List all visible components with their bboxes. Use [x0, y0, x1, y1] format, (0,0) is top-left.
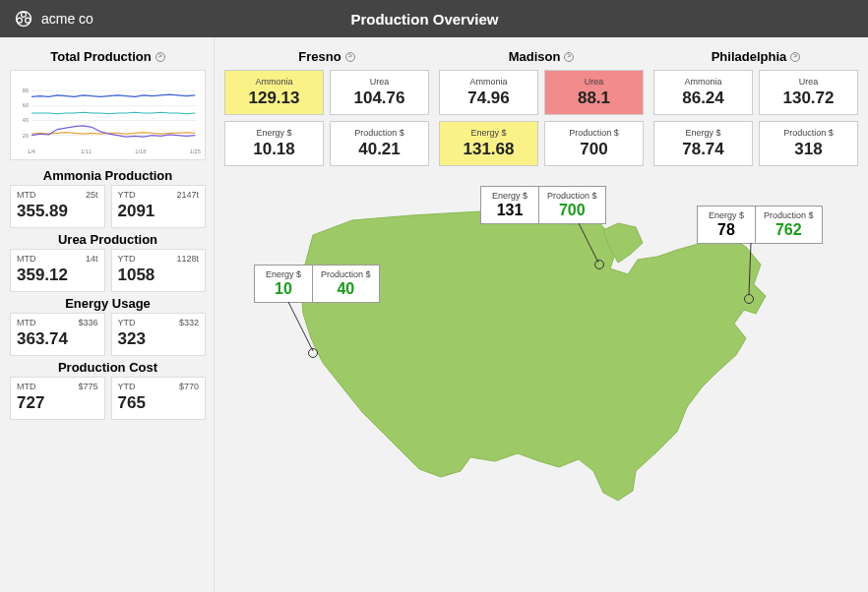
callout-card: Production $ 40 [313, 265, 380, 303]
stat-card-ytd[interactable]: YTD$770 765 [111, 377, 207, 420]
stat-value: 2091 [118, 202, 200, 221]
stat-unit: $332 [179, 318, 199, 327]
svg-line-17 [579, 223, 598, 263]
metric-card[interactable]: Ammonia 129.13 [224, 70, 324, 115]
info-icon[interactable] [564, 52, 574, 62]
stat-value: 323 [118, 329, 200, 349]
stat-card-mtd[interactable]: MTD$775 727 [10, 377, 105, 420]
stat-unit: 1128t [176, 254, 199, 264]
stat-card-ytd[interactable]: YTD1128t 1058 [111, 249, 207, 292]
callout-label: Production $ [547, 191, 597, 201]
site-title[interactable]: Philadelphia [653, 45, 858, 70]
callout-madison[interactable]: Energy $ 131 Production $ 700 [480, 186, 606, 224]
site-column: Philadelphia Ammonia 86.24 Urea 130.72 E… [653, 45, 858, 166]
stat-unit: 25t [86, 190, 98, 200]
stat-card-mtd[interactable]: MTD25t 355.89 [10, 185, 105, 228]
callout-philadelphia[interactable]: Energy $ 78 Production $ 762 [697, 206, 823, 244]
site-column: Fresno Ammonia 129.13 Urea 104.76 Energy… [224, 45, 429, 166]
stat-value: 355.89 [17, 202, 98, 221]
stat-unit: $770 [179, 382, 199, 391]
stat-value: 765 [118, 393, 200, 413]
total-production-label: Total Production [50, 49, 151, 64]
info-icon[interactable] [155, 52, 165, 62]
svg-point-2 [17, 18, 22, 23]
metric-label: Production $ [549, 128, 639, 138]
section-title[interactable]: Urea Production [10, 228, 206, 249]
stat-value: 1058 [118, 266, 200, 285]
callout-value: 40 [321, 280, 371, 298]
callout-card: Production $ 762 [756, 206, 823, 244]
logo-icon [14, 9, 33, 29]
info-icon[interactable] [790, 52, 800, 62]
app-header: acme co Production Overview [0, 0, 868, 37]
sites-row: Fresno Ammonia 129.13 Urea 104.76 Energy… [224, 45, 858, 166]
metric-card[interactable]: Ammonia 86.24 [653, 70, 753, 115]
site-title[interactable]: Fresno [224, 45, 429, 70]
stat-unit: 2147t [176, 190, 199, 200]
metric-card[interactable]: Energy $ 131.68 [439, 121, 538, 166]
metric-card[interactable]: Production $ 40.21 [330, 121, 429, 166]
metric-value: 86.24 [658, 89, 748, 108]
metric-card[interactable]: Urea 88.1 [544, 70, 644, 115]
metric-card[interactable]: Production $ 318 [759, 121, 858, 166]
svg-line-16 [288, 302, 313, 351]
metric-card[interactable]: Production $ 700 [544, 121, 644, 166]
metric-value: 318 [764, 140, 853, 159]
stat-value: 727 [17, 393, 98, 413]
metric-card[interactable]: Energy $ 10.18 [224, 121, 324, 166]
stat-value: 363.74 [17, 329, 98, 349]
metric-label: Energy $ [229, 128, 319, 138]
svg-point-1 [22, 12, 27, 17]
section-title[interactable]: Production Cost [10, 356, 206, 377]
leader-line [283, 302, 323, 356]
metric-value: 78.74 [658, 140, 748, 159]
stat-label: YTD [118, 382, 136, 391]
metric-card[interactable]: Energy $ 78.74 [653, 121, 753, 166]
svg-text:1/25: 1/25 [190, 148, 201, 154]
total-production-title[interactable]: Total Production [10, 45, 206, 66]
metric-card[interactable]: Urea 104.76 [330, 70, 429, 115]
total-production-chart[interactable]: 204060801/41/111/181/25 [10, 70, 206, 160]
callout-label: Energy $ [489, 191, 530, 201]
metric-label: Energy $ [444, 128, 533, 138]
stat-card-ytd[interactable]: YTD$332 323 [111, 313, 207, 356]
metric-value: 700 [549, 140, 639, 159]
callout-label: Energy $ [263, 269, 304, 279]
metric-card[interactable]: Urea 130.72 [759, 70, 858, 115]
stat-card-mtd[interactable]: MTD$336 363.74 [10, 313, 105, 356]
svg-text:1/11: 1/11 [81, 148, 92, 154]
stat-card-ytd[interactable]: YTD2147t 2091 [111, 185, 207, 228]
callout-card: Production $ 700 [539, 186, 606, 224]
svg-point-3 [26, 18, 31, 23]
metric-value: 130.72 [764, 89, 853, 108]
svg-text:20: 20 [23, 133, 29, 139]
stat-unit: 14t [86, 254, 98, 264]
sidebar: Total Production 204060801/41/111/181/25… [0, 37, 215, 592]
callout-fresno[interactable]: Energy $ 10 Production $ 40 [254, 265, 380, 303]
callout-value: 762 [764, 221, 814, 239]
page-title: Production Overview [93, 11, 756, 28]
content-area: Fresno Ammonia 129.13 Urea 104.76 Energy… [215, 37, 868, 592]
metric-value: 88.1 [549, 89, 639, 108]
metric-card[interactable]: Ammonia 74.96 [439, 70, 538, 115]
metric-value: 104.76 [335, 89, 424, 108]
stat-value: 359.12 [17, 266, 98, 285]
stat-label: MTD [17, 190, 36, 200]
svg-text:60: 60 [23, 102, 29, 108]
site-title[interactable]: Madison [439, 45, 644, 70]
callout-card: Energy $ 10 [254, 265, 313, 303]
metric-value: 131.68 [444, 140, 533, 159]
leader-line [746, 243, 758, 298]
metric-value: 10.18 [229, 140, 319, 159]
info-icon[interactable] [345, 52, 355, 62]
section-title[interactable]: Ammonia Production [10, 164, 206, 185]
section-title[interactable]: Energy Usage [10, 292, 206, 313]
svg-text:1/4: 1/4 [28, 148, 36, 154]
map-area: Energy $ 10 Production $ 40 Energy $ 131… [224, 176, 858, 584]
svg-text:1/18: 1/18 [135, 148, 146, 154]
metric-label: Urea [549, 77, 639, 87]
stat-card-mtd[interactable]: MTD14t 359.12 [10, 249, 105, 292]
metric-label: Ammonia [229, 77, 319, 87]
brand-name: acme co [41, 11, 93, 27]
stat-label: MTD [17, 318, 36, 327]
